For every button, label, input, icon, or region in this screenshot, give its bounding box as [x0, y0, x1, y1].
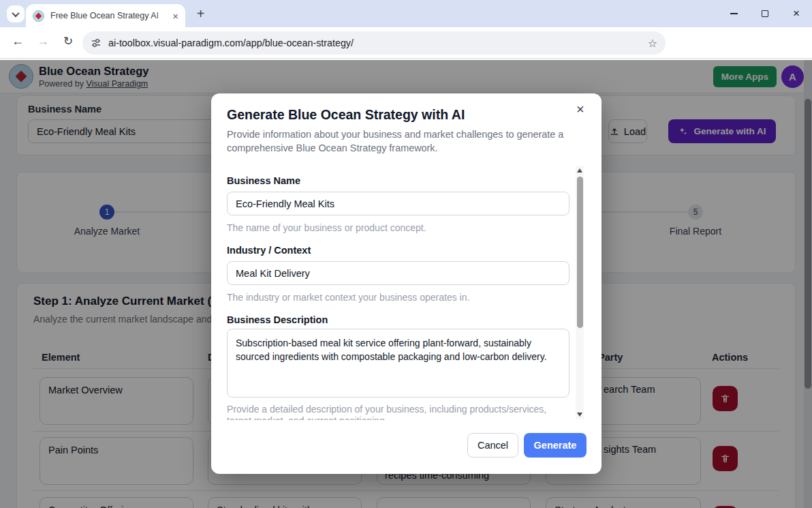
- dialog-subtitle: Provide information about your business …: [227, 128, 576, 155]
- industry-context-input[interactable]: Meal Kit Delivery: [227, 261, 569, 285]
- address-bar[interactable]: ai-toolbox.visual-paradigm.com/app/blue-…: [82, 31, 666, 55]
- new-tab-button[interactable]: +: [193, 6, 208, 22]
- site-settings-icon[interactable]: [91, 38, 102, 48]
- business-name-helper: The name of your business or product con…: [227, 222, 426, 234]
- window-maximize-button[interactable]: [749, 0, 781, 27]
- site-favicon-icon: [33, 10, 44, 22]
- scroll-down-icon[interactable]: [577, 413, 582, 417]
- generate-ai-dialog: × Generate Blue Ocean Strategy with AI P…: [211, 93, 602, 474]
- business-name-input[interactable]: Eco-Friendly Meal Kits: [227, 192, 569, 215]
- close-icon: ×: [793, 7, 800, 20]
- chevron-down-icon: [12, 9, 19, 16]
- dialog-title: Generate Blue Ocean Strategy with AI: [227, 107, 465, 123]
- tab-search-button[interactable]: [7, 5, 25, 23]
- cancel-button[interactable]: Cancel: [467, 433, 518, 458]
- back-button[interactable]: ←: [7, 30, 29, 52]
- browser-tab[interactable]: Free Blue Ocean Strategy AI Too ×: [26, 4, 185, 27]
- tab-title: Free Blue Ocean Strategy AI Too: [50, 11, 158, 20]
- browser-toolbar: ← → ↻ ai-toolbox.visual-paradigm.com/app…: [0, 27, 812, 59]
- tab-strip: Free Blue Ocean Strategy AI Too × + ×: [0, 0, 812, 27]
- window-close-button[interactable]: ×: [781, 0, 812, 27]
- business-description-label: Business Description: [227, 314, 328, 325]
- maximize-icon: [762, 10, 768, 17]
- url-text[interactable]: ai-toolbox.visual-paradigm.com/app/blue-…: [108, 38, 354, 48]
- dialog-scrollbar[interactable]: [576, 166, 584, 419]
- browser-window: Free Blue Ocean Strategy AI Too × + × ← …: [0, 0, 812, 508]
- dialog-close-icon[interactable]: ×: [576, 102, 584, 117]
- industry-context-helper: The industry or market context your busi…: [227, 292, 469, 303]
- generate-button[interactable]: Generate: [524, 433, 587, 458]
- business-description-helper: Provide a detailed description of your b…: [227, 404, 569, 420]
- dialog-scrollbar-thumb[interactable]: [577, 177, 583, 328]
- tab-close-icon[interactable]: ×: [172, 11, 178, 21]
- bookmark-star-icon[interactable]: ☆: [648, 37, 657, 50]
- business-name-label: Business Name: [227, 175, 300, 186]
- forward-button[interactable]: →: [32, 30, 54, 52]
- industry-context-label: Industry / Context: [227, 245, 311, 256]
- minimize-icon: [730, 13, 738, 14]
- window-controls: ×: [718, 0, 812, 27]
- window-minimize-button[interactable]: [718, 0, 749, 27]
- reload-button[interactable]: ↻: [57, 30, 79, 52]
- scroll-up-icon[interactable]: [577, 168, 582, 173]
- business-description-textarea[interactable]: Subscription-based meal kit service offe…: [227, 329, 569, 398]
